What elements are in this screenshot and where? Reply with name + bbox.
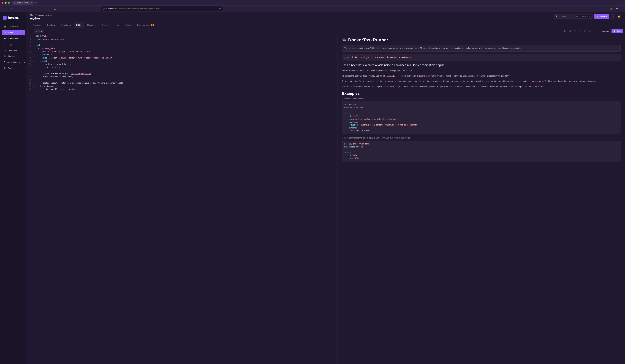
breadcrumb-flows[interactable]: Flows [30, 14, 35, 16]
sidebar-item-settings[interactable]: ⚙ Settings [1, 65, 25, 71]
sidebar-item-logs[interactable]: ≡ Logs [1, 42, 25, 47]
docker-icon: 🐳 [342, 38, 346, 42]
sidebar-item-dashboard[interactable]: ▦ Dashboard [1, 24, 25, 29]
type-code-box: type: type: "io.kestra.plugin.scripts.ru… [342, 54, 621, 61]
help-button[interactable]: ? [611, 14, 615, 19]
flow-chip-icon: ◆ [35, 30, 37, 32]
code-editor[interactable]: 1id: myflow2namespace: company.myteam34⌄… [26, 34, 338, 364]
back-button[interactable]: ‹ [1, 7, 4, 11]
doc-pane: 🐳 DockerTaskRunner This plugin is curren… [338, 34, 625, 364]
sidebar-item-flows[interactable]: ⬡ Flows [1, 30, 25, 35]
search-icon[interactable]: ⊕ [219, 7, 221, 10]
extension-icon[interactable]: 👓 [615, 7, 619, 11]
tab-topology[interactable]: Topology [44, 22, 58, 28]
status-ok-icon: ✓ [593, 29, 597, 33]
window-max[interactable] [8, 2, 10, 4]
warning-box: This plugin is currently in beta. While … [342, 45, 621, 52]
toolbar-btn-3[interactable]: ◫ [573, 29, 577, 33]
shortcut-hint: Ctrl/Cmd + K [580, 15, 591, 18]
breadcrumb-namespace[interactable]: company.myteam [38, 14, 52, 16]
bookmark-icon[interactable]: ☐ [53, 7, 57, 11]
toolbar-btn-5[interactable]: ◰ [583, 29, 587, 33]
close-icon[interactable]: × [31, 2, 32, 4]
new-tab-button[interactable]: + [35, 1, 37, 4]
tabs: Overview Topology Executions Editor Revi… [26, 20, 625, 28]
window-close[interactable] [1, 2, 3, 4]
examples-heading: Examples [342, 91, 621, 96]
url-bar[interactable]: ⓘ localhost:8080/ui/flows/edit/company.m… [100, 6, 223, 11]
toolbar-btn-6[interactable]: ⊡ [588, 29, 592, 33]
sidebar-item-plugins[interactable]: ⊞ Plugins [1, 54, 25, 59]
logo[interactable]: kestra. [1, 15, 25, 23]
tab-metrics[interactable]: Metrics [123, 22, 134, 28]
site-info-icon[interactable]: ⓘ [103, 7, 105, 10]
chevron-right-icon: › [24, 61, 25, 63]
toolbar-btn-2[interactable]: ▣ [568, 29, 572, 33]
tab-revisions[interactable]: Revisions [85, 22, 99, 28]
grid-icon: ▦ [3, 25, 6, 28]
bolt-icon: ⚡ [596, 15, 599, 18]
example-label: Execute a Shell command. [342, 98, 621, 100]
sidebar: kestra. ▦ Dashboard ⬡ Flows ◈ Executions… [0, 12, 26, 364]
tab-triggers: Triggers [99, 22, 112, 28]
doc-subtitle: Task runner that executes a task inside … [342, 63, 621, 67]
window-min[interactable] [5, 2, 7, 4]
breadcrumb: Flows / company.myteam [30, 14, 52, 16]
brand-text: kestra. [8, 16, 19, 20]
execute-button[interactable]: ⚡ Execute [594, 14, 609, 19]
sidebar-toggle-icon[interactable]: ▣ [610, 7, 613, 11]
chevron-down-icon[interactable]: ⌄ [622, 1, 624, 4]
bell-icon[interactable]: 🔔 [617, 14, 621, 19]
admin-icon: ⚙ [3, 61, 5, 63]
example-label: Pass input files to the task, execute a … [342, 137, 621, 139]
logo-icon [3, 16, 7, 20]
example-code-1: id: new-shell namespace: myteam tasks: -… [342, 101, 621, 134]
page-title: myflow [30, 17, 52, 20]
doc-paragraph: Note that when the Kestra Worker running… [342, 85, 621, 88]
dependency-badge: 4 [151, 24, 154, 26]
blueprint-icon: ◫ [3, 49, 6, 52]
forward-button[interactable]: › [5, 7, 7, 11]
dots-icon: ⋮ [600, 30, 602, 32]
logs-icon: ≡ [3, 43, 6, 46]
tab-editor[interactable]: Editor [74, 22, 84, 28]
actions-menu[interactable]: ⋮ Actions [598, 29, 610, 33]
flow-chip[interactable]: ◆ Flow [33, 29, 44, 33]
reload-button[interactable]: ⟳ [9, 7, 12, 11]
flow-icon: ⬡ [3, 31, 6, 34]
toolbar-btn-4[interactable]: ⬚ [578, 29, 582, 33]
example-code-2: id: new-shell-with-file namespace: mytea… [342, 140, 621, 162]
plugin-icon: ⊞ [3, 55, 6, 57]
doc-paragraph: This task runner is container-based so t… [342, 69, 621, 72]
doc-paragraph: To access the task's working directory, … [342, 74, 621, 78]
search-icon: 🔍 [556, 15, 558, 18]
menu-icon[interactable]: ≡ [621, 7, 624, 11]
jump-to-input[interactable]: 🔍 Jump to... ⌨ Ctrl/Cmd + K [554, 14, 593, 19]
browser-titlebar: ◆ myflow | Kestra × + ⌄ [0, 0, 625, 6]
toolbar-btn-1[interactable]: ⎘ [563, 29, 567, 33]
exec-icon: ◈ [3, 37, 6, 40]
tab-executions[interactable]: Executions [58, 22, 73, 28]
browser-tab[interactable]: ◆ myflow | Kestra × [12, 1, 34, 5]
sidebar-item-administration[interactable]: ⚙ Administration › [1, 59, 25, 65]
tab-title: myflow | Kestra [17, 2, 30, 4]
doc-title: 🐳 DockerTaskRunner [342, 37, 621, 43]
browser-toolbar: ‹ › ⟳ ☐ ⓘ localhost:8080/ui/flows/edit/c… [0, 6, 625, 12]
save-icon: 💾 [613, 30, 616, 32]
doc-paragraph: To generate output files you can either … [342, 80, 621, 83]
save-button[interactable]: 💾 Save [612, 29, 623, 33]
gear-icon: ⚙ [3, 67, 6, 69]
panel-toggle-icon[interactable]: ⇥ [29, 29, 32, 33]
sidebar-item-executions[interactable]: ◈ Executions [1, 36, 25, 41]
tab-dependencies[interactable]: Dependencies 4 [135, 22, 156, 28]
keyboard-icon: ⌨ [575, 15, 579, 18]
shield-icon[interactable]: 🛡 [604, 7, 608, 11]
tab-logs[interactable]: Logs [112, 22, 122, 28]
tab-overview[interactable]: Overview [30, 22, 44, 28]
sidebar-item-blueprints[interactable]: ◫ Blueprints [1, 48, 25, 53]
